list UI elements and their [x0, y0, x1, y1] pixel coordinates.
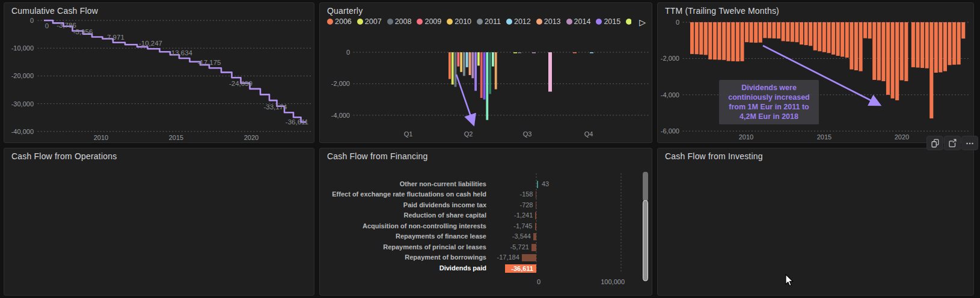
- ttm-bar[interactable]: [722, 22, 726, 60]
- ttm-bar[interactable]: [868, 22, 872, 38]
- quarterly-bar[interactable]: [532, 52, 536, 53]
- ttm-bar[interactable]: [850, 22, 853, 70]
- ttm-bar[interactable]: [943, 22, 947, 71]
- quarterly-bar-2014[interactable]: [471, 52, 474, 78]
- quarterly-bar-2017[interactable]: [480, 52, 483, 98]
- ttm-bar[interactable]: [795, 22, 798, 42]
- financing-bar[interactable]: [533, 233, 536, 240]
- ttm-bar[interactable]: [704, 22, 708, 55]
- quarterly-bar-2020[interactable]: [489, 52, 491, 94]
- more-options-button[interactable]: …: [961, 136, 978, 150]
- ttm-bar[interactable]: [961, 22, 965, 38]
- ttm-bar[interactable]: [891, 22, 895, 99]
- financing-bar[interactable]: [535, 212, 536, 219]
- ttm-bar[interactable]: [813, 22, 817, 50]
- ttm-bar[interactable]: [952, 22, 956, 65]
- ttm-bar[interactable]: [786, 22, 789, 41]
- quarterly-bar-2011[interactable]: [463, 52, 465, 76]
- data-label: -36,611: [286, 118, 308, 126]
- ttm-bar[interactable]: [916, 22, 919, 68]
- ttm-bar[interactable]: [731, 22, 735, 61]
- ttm-bar[interactable]: [708, 22, 712, 59]
- ttm-bar[interactable]: [699, 22, 703, 55]
- quarterly-bar-2007[interactable]: [452, 52, 454, 85]
- quarterly-bar-2010[interactable]: [460, 52, 462, 72]
- copy-visual-button[interactable]: [926, 136, 943, 150]
- focus-mode-button[interactable]: [944, 136, 961, 150]
- ttm-bar[interactable]: [809, 22, 812, 46]
- ttm-bar[interactable]: [920, 22, 924, 68]
- financing-bar[interactable]: [537, 181, 538, 188]
- ttm-bar[interactable]: [800, 22, 803, 44]
- ttm-bar[interactable]: [841, 22, 844, 56]
- ttm-bar[interactable]: [831, 22, 835, 55]
- quarterly-bar[interactable]: [513, 52, 517, 53]
- ttm-bar[interactable]: [925, 22, 929, 68]
- ttm-bar[interactable]: [859, 22, 863, 71]
- financing-bar[interactable]: [531, 244, 536, 251]
- ttm-bar[interactable]: [754, 22, 758, 43]
- quarterly-bar[interactable]: [590, 52, 593, 53]
- ttm-bar[interactable]: [929, 22, 933, 118]
- quarterly-bar-2022[interactable]: [495, 52, 497, 90]
- ttm-bar[interactable]: [759, 22, 762, 43]
- ttm-bar[interactable]: [690, 22, 694, 54]
- ttm-bar[interactable]: [718, 22, 721, 60]
- ttm-bar[interactable]: [777, 22, 780, 38]
- ttm-bar[interactable]: [695, 22, 699, 54]
- financing-bar[interactable]: [536, 202, 537, 209]
- ttm-bar[interactable]: [822, 22, 826, 52]
- ttm-bar[interactable]: [939, 22, 942, 72]
- ttm-bar[interactable]: [934, 22, 938, 73]
- ttm-bar[interactable]: [904, 22, 908, 81]
- quarterly-bar-2019[interactable]: [486, 52, 488, 120]
- ttm-bar[interactable]: [854, 22, 858, 70]
- ttm-bar[interactable]: [804, 22, 808, 45]
- ttm-bar[interactable]: [727, 22, 730, 61]
- ttm-bar[interactable]: [736, 22, 740, 61]
- quarterly-bar-2016[interactable]: [477, 52, 480, 65]
- ttm-bar[interactable]: [827, 22, 830, 53]
- quarterly-bar-2012[interactable]: [466, 52, 468, 67]
- ttm-bar[interactable]: [740, 22, 744, 61]
- ttm-bar[interactable]: [836, 22, 840, 56]
- quarterly-bar-2008[interactable]: [455, 52, 457, 87]
- ttm-bar[interactable]: [713, 22, 717, 59]
- ttm-bar[interactable]: [895, 22, 899, 100]
- financing-scrollbar-thumb[interactable]: [643, 200, 648, 281]
- data-label: -13,634: [169, 49, 193, 56]
- financing-row-label: Reduction of share capital: [320, 211, 486, 219]
- ttm-bar[interactable]: [768, 22, 771, 38]
- ttm-bar[interactable]: [911, 22, 915, 67]
- ttm-bar[interactable]: [948, 22, 952, 65]
- quarterly-bar[interactable]: [518, 52, 521, 53]
- financing-bar[interactable]: [536, 191, 537, 198]
- ttm-bar[interactable]: [791, 22, 794, 42]
- ttm-bar[interactable]: [877, 22, 881, 81]
- ttm-bar[interactable]: [886, 22, 890, 95]
- ttm-bar[interactable]: [750, 22, 753, 43]
- panel-quarterly: Quarterly 200620072008200920102011201220…: [319, 2, 652, 143]
- quarterly-bar[interactable]: [573, 52, 577, 53]
- ttm-bar[interactable]: [845, 22, 849, 58]
- ttm-bar[interactable]: [782, 22, 785, 41]
- quarterly-bar-2018[interactable]: [483, 52, 486, 100]
- ttm-bar[interactable]: [900, 22, 904, 81]
- ttm-bar[interactable]: [818, 22, 821, 51]
- quarterly-bar-2015[interactable]: [474, 52, 477, 91]
- quarterly-bar[interactable]: [548, 52, 552, 92]
- ttm-bar[interactable]: [957, 22, 961, 64]
- quarterly-bar-2013[interactable]: [469, 52, 471, 75]
- ttm-bar[interactable]: [772, 22, 776, 38]
- ttm-bar[interactable]: [863, 22, 867, 38]
- quarterly-bar-2021[interactable]: [492, 52, 494, 67]
- quarterly-bar-2006[interactable]: [449, 52, 451, 79]
- ttm-bar[interactable]: [872, 22, 876, 80]
- ttm-bar[interactable]: [881, 22, 885, 81]
- financing-bar[interactable]: [535, 223, 537, 230]
- ttm-bar[interactable]: [745, 22, 749, 42]
- ttm-bar[interactable]: [763, 22, 767, 38]
- quarterly-bar-2009[interactable]: [457, 52, 459, 67]
- financing-bar[interactable]: [522, 254, 536, 261]
- financing-scrollbar-track[interactable]: [643, 172, 648, 201]
